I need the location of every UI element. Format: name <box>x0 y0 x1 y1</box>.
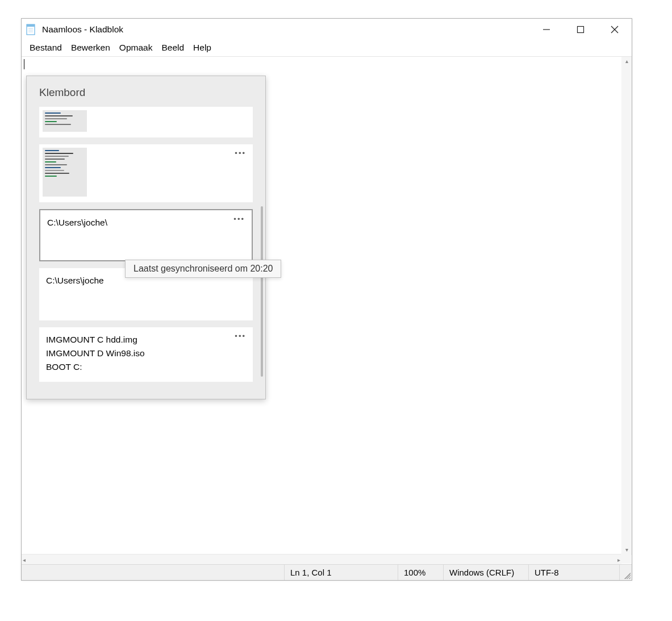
more-icon[interactable]: ••• <box>235 149 246 157</box>
minimize-button[interactable] <box>529 19 564 40</box>
scroll-right-icon[interactable]: ▸ <box>617 557 620 563</box>
clipboard-scrollbar[interactable] <box>261 206 263 377</box>
menu-bestand[interactable]: Bestand <box>25 41 66 54</box>
svg-rect-1 <box>27 24 35 27</box>
clipboard-thumbnail <box>43 148 87 197</box>
sync-tooltip: Laatst gesynchroniseerd om 20:20 <box>125 260 281 278</box>
status-encoding: UTF-8 <box>528 565 619 580</box>
clipboard-title: Klembord <box>27 76 265 107</box>
horizontal-scrollbar[interactable]: ◂ ▸ <box>22 555 621 564</box>
scroll-up-icon[interactable]: ▴ <box>625 58 628 64</box>
menu-opmaak[interactable]: Opmaak <box>115 41 157 54</box>
resize-grip[interactable] <box>619 565 632 580</box>
close-button[interactable] <box>598 19 632 40</box>
clipboard-item-image[interactable]: ••• <box>39 144 253 202</box>
more-icon[interactable]: ••• <box>233 215 245 223</box>
notepad-icon <box>25 23 37 36</box>
clipboard-thumbnail <box>43 110 87 132</box>
clipboard-item-text[interactable]: C:\Users\joche\ ••• <box>39 209 253 261</box>
clipboard-list: ••• C:\Users\joche\ ••• C:\Users\joche •… <box>27 107 265 399</box>
menu-bewerken[interactable]: Bewerken <box>66 41 115 54</box>
status-eol: Windows (CRLF) <box>443 565 528 580</box>
vertical-scrollbar[interactable]: ▴ ▾ <box>621 57 632 554</box>
menubar: Bestand Bewerken Opmaak Beeld Help <box>22 40 632 57</box>
status-zoom: 100% <box>398 565 443 580</box>
maximize-button[interactable] <box>564 19 598 40</box>
titlebar[interactable]: Naamloos - Kladblok <box>22 19 632 40</box>
clipboard-panel: Klembord <box>26 76 266 399</box>
scroll-corner <box>621 553 631 564</box>
clipboard-text: IMGMOUNT C hdd.img IMGMOUNT D Win98.iso … <box>46 333 246 374</box>
scroll-left-icon[interactable]: ◂ <box>23 557 26 563</box>
window-controls <box>529 19 632 40</box>
text-caret <box>24 59 24 69</box>
clipboard-item-image[interactable] <box>39 107 253 137</box>
svg-rect-6 <box>578 27 584 33</box>
clipboard-text: C:\Users\joche\ <box>47 216 245 230</box>
more-icon[interactable]: ••• <box>235 332 246 340</box>
statusbar: Ln 1, Col 1 100% Windows (CRLF) UTF-8 <box>22 564 632 580</box>
clipboard-item-text[interactable]: IMGMOUNT C hdd.img IMGMOUNT D Win98.iso … <box>39 327 253 382</box>
window-title: Naamloos - Kladblok <box>42 24 529 35</box>
menu-help[interactable]: Help <box>189 41 216 54</box>
status-spacer <box>22 565 284 580</box>
status-position: Ln 1, Col 1 <box>284 565 398 580</box>
menu-beeld[interactable]: Beeld <box>157 41 189 54</box>
scroll-down-icon[interactable]: ▾ <box>625 547 628 553</box>
